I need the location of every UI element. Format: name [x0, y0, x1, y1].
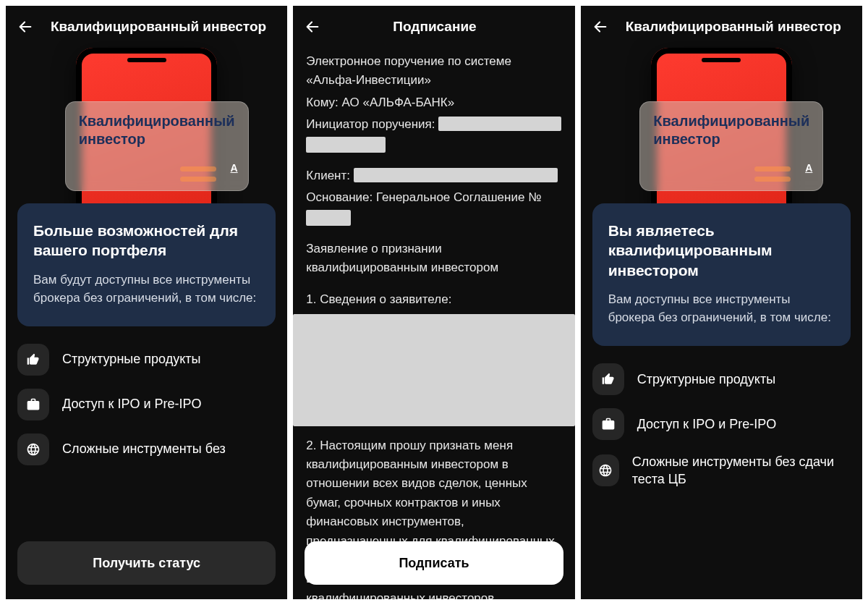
- screen-confirmed: Квалифицированный инвестор Квалифицирова…: [581, 6, 862, 599]
- button-label: Подписать: [399, 556, 469, 571]
- thumbs-up-icon: [17, 344, 49, 376]
- feature-item-ipo: Доступ к IPO и Pre-IPO: [17, 389, 276, 420]
- feature-label: Сложные инструменты без сдачи теста ЦБ: [632, 453, 851, 488]
- back-icon[interactable]: [592, 19, 608, 35]
- header: Квалифицированный инвестор: [581, 6, 862, 48]
- feature-list: Структурные продукты Доступ к IPO и Pre-…: [6, 326, 287, 465]
- button-label: Получить статус: [93, 556, 200, 571]
- alpha-logo-icon: A: [231, 162, 238, 175]
- redacted-text: [438, 117, 561, 131]
- feature-label: Структурные продукты: [62, 350, 200, 368]
- feature-item-complex: Сложные инструменты без сдачи теста ЦБ: [592, 453, 851, 488]
- page-title: Квалифицированный инвестор: [626, 19, 841, 35]
- screen-intro: Квалифицированный инвестор Квалифицирова…: [6, 6, 287, 599]
- feature-item-ipo: Доступ к IPO и Pre-IPO: [592, 408, 851, 440]
- hero-illustration: Квалифицированный инвестор A: [6, 48, 287, 211]
- get-status-button[interactable]: Получить статус: [17, 541, 276, 585]
- feature-item-structured: Структурные продукты: [592, 363, 851, 395]
- panel-subtitle: Вам будут доступны все инструменты броке…: [33, 271, 260, 308]
- redacted-text: [354, 168, 558, 182]
- page-title: Подписание: [393, 19, 476, 35]
- status-card: Квалифицированный инвестор A: [639, 101, 823, 191]
- panel-subtitle: Вам доступны все инструменты брокера без…: [608, 290, 835, 327]
- feature-label: Доступ к IPO и Pre-IPO: [637, 415, 777, 433]
- thumbs-up-icon: [592, 363, 624, 395]
- card-lines-icon: [180, 166, 216, 172]
- card-lines-icon: [754, 166, 791, 172]
- briefcase-icon: [17, 389, 49, 420]
- status-card-label: Квалифицированный инвестор: [79, 113, 235, 147]
- doc-line-client: Клиент:: [306, 166, 561, 185]
- globe-icon: [592, 454, 619, 486]
- hero-illustration: Квалифицированный инвестор A: [581, 48, 862, 211]
- redacted-block: [293, 314, 574, 426]
- doc-line-initiator: Инициатор поручения:: [306, 115, 561, 134]
- info-panel: Вы являетесь квалифицированным инвесторо…: [592, 203, 851, 346]
- briefcase-icon: [592, 408, 624, 440]
- globe-icon: [17, 433, 49, 465]
- feature-item-complex: Сложные инструменты без: [17, 433, 276, 465]
- feature-label: Структурные продукты: [637, 371, 775, 388]
- back-icon[interactable]: [305, 19, 320, 35]
- redacted-text: [306, 137, 386, 153]
- info-panel: Больше возможностей для вашего портфеля …: [17, 203, 276, 326]
- header: Подписание: [293, 6, 574, 48]
- redacted-text: [306, 210, 351, 226]
- panel-title: Больше возможностей для вашего портфеля: [33, 221, 260, 261]
- doc-line-system: Электронное поручение по системе «Альфа-…: [306, 52, 561, 90]
- status-card-label: Квалифицированный инвестор: [653, 113, 809, 147]
- document-body[interactable]: Электронное поручение по системе «Альфа-…: [293, 48, 574, 599]
- doc-line-to: Кому: АО «АЛЬФА-БАНК»: [306, 93, 561, 112]
- alpha-logo-icon: A: [805, 162, 812, 175]
- feature-label: Доступ к IPO и Pre-IPO: [62, 395, 202, 412]
- header: Квалифицированный инвестор: [6, 6, 287, 48]
- screen-signing: Подписание Электронное поручение по сист…: [293, 6, 574, 599]
- back-icon[interactable]: [17, 19, 33, 35]
- status-card: Квалифицированный инвестор A: [65, 101, 249, 191]
- doc-line-basis: Основание: Генеральное Соглашение №: [306, 188, 561, 207]
- feature-item-structured: Структурные продукты: [17, 344, 276, 376]
- doc-statement: Заявление о признании квалифицированным …: [306, 240, 561, 278]
- feature-list: Структурные продукты Доступ к IPO и Pre-…: [581, 346, 862, 488]
- doc-section1-title: 1. Сведения о заявителе:: [306, 290, 561, 309]
- sign-button[interactable]: Подписать: [305, 541, 563, 585]
- page-title: Квалифицированный инвестор: [51, 19, 266, 35]
- feature-label: Сложные инструменты без: [62, 440, 226, 457]
- panel-title: Вы являетесь квалифицированным инвесторо…: [608, 221, 835, 280]
